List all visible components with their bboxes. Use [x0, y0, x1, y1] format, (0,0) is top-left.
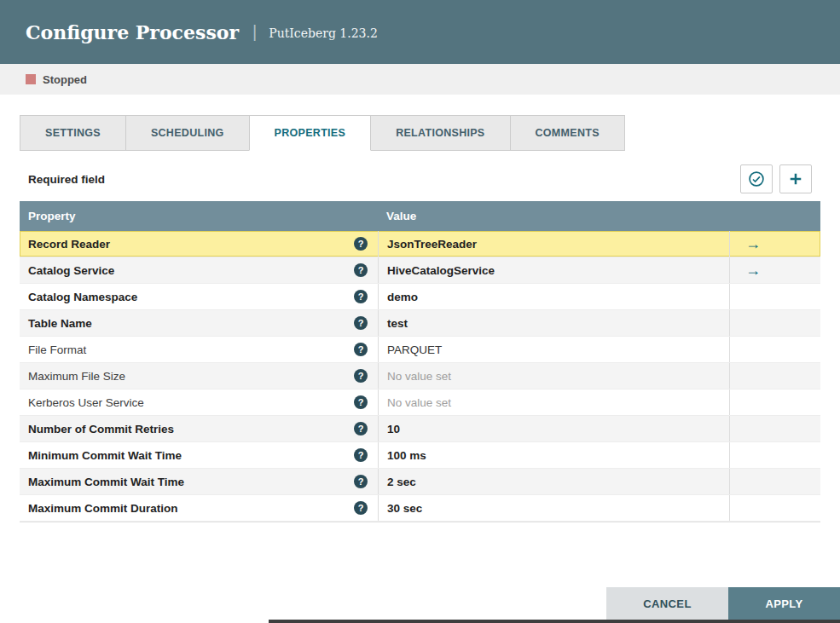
verify-properties-button[interactable]: [740, 164, 773, 193]
property-name: Number of Commit Retries: [28, 423, 174, 436]
tab-comments[interactable]: COMMENTS: [510, 115, 625, 151]
help-icon[interactable]: ?: [354, 448, 368, 462]
tab-label: RELATIONSHIPS: [396, 127, 484, 139]
tab-properties[interactable]: PROPERTIES: [249, 115, 372, 151]
help-icon[interactable]: ?: [354, 343, 368, 356]
property-row[interactable]: Maximum Commit Wait Time ? 2 sec: [20, 469, 820, 495]
dialog-title: Configure Processor: [26, 21, 239, 43]
dialog-footer: CANCEL APPLY: [606, 587, 840, 620]
cancel-button[interactable]: CANCEL: [606, 587, 728, 620]
go-to-service-icon[interactable]: →: [745, 236, 761, 251]
property-cell: Kerberos User Service ?: [20, 389, 378, 415]
property-row[interactable]: Catalog Service ? HiveCatalogService →: [20, 257, 820, 284]
go-to-service-icon[interactable]: →: [745, 262, 761, 278]
help-icon[interactable]: ?: [354, 369, 368, 383]
column-header-value: Value: [378, 210, 729, 222]
property-name: Catalog Namespace: [28, 291, 137, 303]
property-name: File Format: [28, 343, 86, 356]
property-cell: Catalog Namespace ?: [20, 284, 378, 309]
value-cell[interactable]: HiveCatalogService: [378, 257, 729, 283]
value-cell[interactable]: test: [378, 310, 729, 336]
action-cell: [729, 495, 820, 521]
property-value: No value set: [387, 396, 451, 409]
action-cell: →: [729, 257, 820, 283]
help-icon[interactable]: ?: [354, 290, 368, 303]
help-icon[interactable]: ?: [354, 263, 368, 277]
property-cell: Maximum Commit Duration ?: [20, 495, 378, 521]
property-cell: Table Name ?: [20, 310, 378, 336]
value-cell[interactable]: demo: [378, 284, 729, 309]
help-icon[interactable]: ?: [354, 475, 368, 488]
checkmark-circle-icon: [748, 170, 765, 187]
title-separator: |: [252, 22, 257, 42]
property-cell: Maximum File Size ?: [20, 363, 378, 389]
property-value: test: [387, 317, 408, 330]
property-row[interactable]: Catalog Namespace ? demo: [20, 284, 820, 310]
action-cell: [729, 442, 820, 468]
tab-bar: SETTINGSSCHEDULINGPROPERTIESRELATIONSHIP…: [20, 115, 820, 151]
property-row[interactable]: Record Reader ? JsonTreeReader →: [20, 231, 820, 257]
property-row[interactable]: File Format ? PARQUET: [20, 337, 820, 363]
stopped-icon: [26, 74, 36, 84]
help-icon[interactable]: ?: [354, 237, 368, 251]
property-cell: Maximum Commit Wait Time ?: [20, 469, 378, 494]
help-icon[interactable]: ?: [354, 422, 368, 436]
value-cell[interactable]: 30 sec: [378, 495, 729, 521]
property-row[interactable]: Number of Commit Retries ? 10: [20, 416, 820, 442]
value-cell[interactable]: No value set: [378, 363, 729, 389]
value-cell[interactable]: 2 sec: [378, 469, 729, 494]
properties-table: Property Value Record Reader ? JsonTreeR…: [20, 201, 820, 522]
property-cell: Number of Commit Retries ?: [20, 416, 378, 441]
property-row[interactable]: Maximum Commit Duration ? 30 sec: [20, 495, 820, 522]
property-row[interactable]: Table Name ? test: [20, 310, 820, 337]
action-cell: [729, 389, 820, 415]
tab-label: SETTINGS: [45, 127, 101, 139]
tab-scheduling[interactable]: SCHEDULING: [125, 115, 250, 151]
tab-label: PROPERTIES: [275, 127, 346, 139]
value-cell[interactable]: PARQUET: [378, 337, 729, 362]
action-cell: [729, 469, 820, 494]
properties-toolbar: Required field: [20, 164, 820, 193]
table-header-row: Property Value: [20, 201, 820, 231]
table-body: Record Reader ? JsonTreeReader → Catalog…: [20, 231, 820, 522]
value-cell[interactable]: 100 ms: [378, 442, 729, 468]
column-header-property: Property: [20, 210, 378, 222]
processor-type-version: PutIceberg 1.23.2: [269, 26, 378, 40]
tab-settings[interactable]: SETTINGS: [20, 115, 126, 151]
help-icon[interactable]: ?: [354, 395, 368, 409]
action-cell: [729, 416, 820, 441]
property-name: Maximum File Size: [28, 370, 125, 383]
action-cell: [729, 363, 820, 389]
toolbar-buttons: [733, 164, 812, 193]
property-name: Catalog Service: [28, 264, 114, 277]
dialog-content: SETTINGSSCHEDULINGPROPERTIESRELATIONSHIP…: [0, 115, 840, 522]
action-cell: [729, 337, 820, 362]
property-row[interactable]: Maximum File Size ? No value set: [20, 363, 820, 389]
property-value: No value set: [387, 370, 451, 383]
help-icon[interactable]: ?: [354, 501, 368, 515]
add-property-button[interactable]: [779, 164, 812, 193]
required-field-label: Required field: [28, 173, 105, 186]
action-cell: [729, 310, 820, 336]
dialog-header: Configure Processor | PutIceberg 1.23.2: [0, 0, 840, 64]
property-row[interactable]: Minimum Commit Wait Time ? 100 ms: [20, 442, 820, 469]
property-cell: Minimum Commit Wait Time ?: [20, 442, 378, 468]
property-value: demo: [387, 291, 418, 303]
property-name: Record Reader: [28, 238, 110, 251]
value-cell[interactable]: 10: [378, 416, 729, 441]
tab-label: COMMENTS: [536, 127, 600, 139]
value-cell[interactable]: No value set: [378, 389, 729, 415]
tab-relationships[interactable]: RELATIONSHIPS: [370, 115, 510, 151]
status-bar: Stopped: [0, 64, 840, 95]
property-cell: Catalog Service ?: [20, 257, 378, 283]
property-value: 100 ms: [387, 449, 426, 462]
apply-button[interactable]: APPLY: [728, 587, 840, 620]
property-name: Table Name: [28, 317, 92, 330]
help-icon[interactable]: ?: [354, 316, 368, 330]
property-value: PARQUET: [387, 343, 442, 356]
property-value: JsonTreeReader: [387, 238, 477, 251]
configure-processor-dialog: Configure Processor | PutIceberg 1.23.2 …: [0, 0, 840, 522]
value-cell[interactable]: JsonTreeReader: [378, 231, 729, 257]
property-name: Kerberos User Service: [28, 396, 144, 409]
property-row[interactable]: Kerberos User Service ? No value set: [20, 389, 820, 416]
